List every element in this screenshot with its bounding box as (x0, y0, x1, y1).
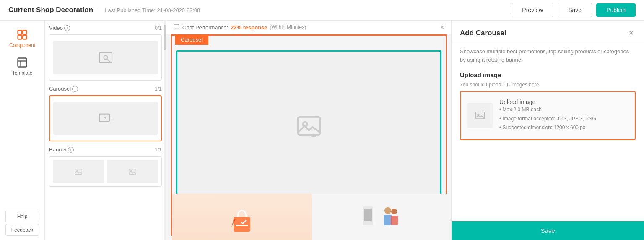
banner-second (312, 194, 451, 240)
upload-specs: • Max 2.0 MB each • Image format accepte… (499, 105, 596, 133)
video-placeholder: + (53, 41, 158, 74)
template-icon (16, 57, 28, 68)
sidebar-item-component[interactable]: Component (0, 25, 44, 52)
publish-button[interactable]: Publish (596, 3, 636, 17)
svg-rect-28 (391, 216, 398, 225)
component-panel: Video i 0/1 + Carousel i (45, 21, 166, 240)
svg-rect-24 (364, 209, 372, 221)
chat-close-icon[interactable]: ✕ (440, 24, 444, 31)
carousel-preview-inner (176, 50, 441, 201)
banner-img-icon1 (74, 167, 83, 176)
right-panel-footer: Save (452, 214, 644, 240)
video-info-icon[interactable]: i (64, 25, 70, 31)
svg-point-25 (384, 207, 391, 214)
svg-rect-1 (23, 31, 26, 34)
carousel-placeholder: + (53, 102, 158, 135)
carousel-image-placeholder-icon (296, 112, 322, 139)
chat-performance-label: Chat Performance: (182, 24, 228, 31)
banner-card[interactable] (49, 156, 162, 187)
svg-text:+: + (104, 57, 106, 62)
component-label: Component (9, 42, 35, 48)
upload-section-title: Upload image (452, 68, 644, 82)
upload-hint: You should upload 1-6 images here. (452, 82, 644, 91)
upload-zone[interactable]: Upload image • Max 2.0 MB each • Image f… (460, 91, 636, 140)
banner-section: Banner i 1/1 (49, 146, 162, 187)
banner-section-header: Banner i 1/1 (49, 146, 162, 153)
carousel-count: 1/1 (155, 86, 162, 92)
video-section: Video i 0/1 + (49, 25, 162, 81)
banner-label: Banner (49, 146, 67, 153)
component-icon (16, 29, 28, 41)
add-carousel-description: Showcase multiple best promotions, top-s… (452, 43, 644, 68)
preview-button[interactable]: Preview (512, 3, 553, 17)
shopping-banner (172, 194, 312, 240)
svg-rect-2 (18, 35, 22, 39)
canvas-content: Carousel (166, 34, 451, 240)
chat-icon (173, 24, 180, 31)
banner-info-icon[interactable]: i (68, 147, 74, 153)
right-panel-header: Add Carousel ✕ (452, 21, 644, 43)
upload-label: Upload image (499, 99, 596, 105)
carousel-section: Carousel i 1/1 + (49, 86, 162, 141)
scroll-indicator (164, 21, 166, 240)
carousel-tab-label[interactable]: Carousel (175, 34, 208, 45)
banner-visible-area (172, 194, 451, 240)
upload-info: Upload image • Max 2.0 MB each • Image f… (499, 99, 596, 133)
carousel-label: Carousel (49, 86, 71, 92)
svg-text:+: + (111, 117, 113, 123)
upload-icon (474, 110, 486, 121)
canvas-area: Chat Performance: 22% response (Within M… (166, 21, 451, 240)
svg-rect-3 (23, 35, 26, 39)
sidebar-bottom: Help Feedback (0, 211, 44, 240)
upload-spec-1: • Max 2.0 MB each (499, 107, 542, 112)
add-carousel-title: Add Carousel (460, 29, 506, 37)
svg-rect-17 (298, 117, 320, 135)
panel-save-button[interactable]: Save (452, 221, 644, 240)
page-title: Current Shop Decoration (8, 6, 93, 14)
template-label: Template (12, 70, 33, 76)
upload-icon-box (467, 103, 493, 128)
carousel-card[interactable]: + (49, 95, 162, 141)
chat-performance-bar: Chat Performance: 22% response (Within M… (166, 21, 451, 34)
header-divider: | (98, 6, 100, 14)
banner-img-icon2 (128, 167, 137, 176)
chat-within-label: (Within Minutes) (270, 24, 306, 30)
banner-count: 1/1 (155, 147, 162, 153)
header-left: Current Shop Decoration | Last Published… (8, 6, 200, 14)
video-placeholder-icon: + (98, 50, 113, 65)
sidebar-item-template[interactable]: Template (0, 52, 44, 80)
svg-rect-21 (234, 217, 250, 232)
header-actions: Preview Save Publish (512, 3, 636, 17)
main-layout: Component Template Help Feedback Video i… (0, 21, 644, 240)
svg-point-27 (391, 209, 397, 214)
feedback-button[interactable]: Feedback (5, 224, 39, 236)
video-count: 0/1 (155, 25, 162, 31)
video-card[interactable]: + (49, 34, 162, 81)
shopping-bag-icon (225, 204, 259, 238)
carousel-info-icon[interactable]: i (72, 86, 78, 92)
save-button[interactable]: Save (558, 3, 592, 17)
last-published: Last Published Time: 21-03-2020 22:08 (105, 7, 200, 13)
upload-spec-2: • Image format accepted: JPG, JPEG, PNG (499, 116, 596, 122)
help-button[interactable]: Help (5, 211, 39, 222)
video-label: Video (49, 25, 63, 31)
header: Current Shop Decoration | Last Published… (0, 0, 644, 21)
sidebar: Component Template Help Feedback (0, 21, 45, 240)
svg-rect-0 (18, 31, 22, 34)
svg-rect-4 (18, 58, 27, 67)
scroll-thumb[interactable] (164, 25, 166, 50)
close-button[interactable]: ✕ (627, 27, 636, 39)
chat-response-value: 22% response (231, 24, 267, 31)
carousel-tab: Carousel (175, 34, 208, 45)
carousel-placeholder-icon: + (98, 111, 113, 126)
right-panel: Add Carousel ✕ Showcase multiple best pr… (451, 21, 644, 240)
video-section-header: Video i 0/1 (49, 25, 162, 31)
banner-people-icon (361, 202, 402, 232)
upload-spec-3: • Suggested dimension: 1200 x 600 px (499, 125, 585, 130)
carousel-section-header: Carousel i 1/1 (49, 86, 162, 92)
